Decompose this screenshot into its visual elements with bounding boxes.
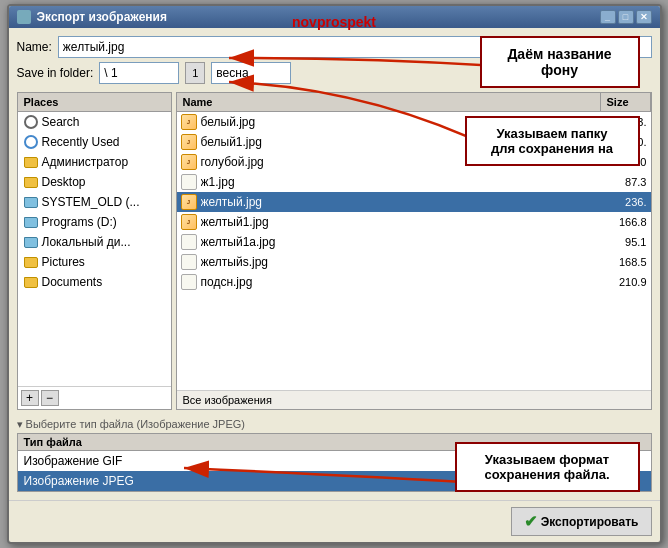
sidebar-item-recently-used[interactable]: Recently Used (18, 132, 171, 152)
window-title: Экспорт изображения (37, 10, 167, 24)
sidebar-item-desktop[interactable]: Desktop (18, 172, 171, 192)
sidebar-item-pictures[interactable]: Pictures (18, 252, 171, 272)
clock-icon (24, 135, 38, 149)
file-size: 87.3 (597, 176, 647, 188)
file-size: 166.8 (597, 216, 647, 228)
jpg-file-icon: J (181, 214, 197, 230)
file-size: 91.0 (597, 156, 647, 168)
main-area: Places Search Recently Used Администрато… (17, 92, 652, 410)
folder-nav-button[interactable]: 1 (185, 62, 205, 84)
sidebar-item-local-disk[interactable]: Локальный ди... (18, 232, 171, 252)
file-size: 168.5 (597, 256, 647, 268)
drive-icon (24, 217, 38, 228)
files-list[interactable]: J белый.jpg 303. J белый1.jpg 110. J гол… (177, 112, 651, 390)
folder-icon (24, 177, 38, 188)
plain-file-icon (181, 274, 197, 290)
file-name: желтый.jpg (201, 195, 593, 209)
file-size: 95.1 (597, 236, 647, 248)
file-name: ж1.jpg (201, 175, 593, 189)
files-footer: Все изображения (177, 390, 651, 409)
type-table-header: Тип файла (18, 434, 651, 451)
folder-icon (24, 277, 38, 288)
places-panel: Places Search Recently Used Администрато… (17, 92, 172, 410)
jpg-file-icon: J (181, 114, 197, 130)
places-header: Places (18, 93, 171, 112)
save-folder-row: Save in folder: \ 1 1 весна (17, 62, 652, 84)
title-bar: Экспорт изображения _ □ ✕ (9, 6, 660, 28)
folder-path-display: \ 1 (99, 62, 179, 84)
file-name: белый1.jpg (201, 135, 593, 149)
sidebar-item-label-local-disk: Локальный ди... (42, 235, 131, 249)
file-row[interactable]: J белый.jpg 303. (177, 112, 651, 132)
file-filter-label: Все изображения (183, 394, 272, 406)
type-row-gif[interactable]: Изображение GIF (18, 451, 651, 471)
files-header: Name Size (177, 93, 651, 112)
file-row[interactable]: J белый1.jpg 110. (177, 132, 651, 152)
sidebar-item-system-old[interactable]: SYSTEM_OLD (... (18, 192, 171, 212)
maximize-button[interactable]: □ (618, 10, 634, 24)
file-name: желтыйs.jpg (201, 255, 593, 269)
type-table: Тип файла Изображение GIF Изображение JP… (17, 433, 652, 492)
file-row[interactable]: желтый1а.jpg 95.1 (177, 232, 651, 252)
col-header-name[interactable]: Name (177, 93, 601, 111)
file-row-selected[interactable]: J желтый.jpg 236. (177, 192, 651, 212)
name-label: Name: (17, 40, 52, 54)
dialog-body: Name: Save in folder: \ 1 1 весна Places (9, 28, 660, 500)
jpg-file-icon: J (181, 134, 197, 150)
sidebar-item-label-search: Search (42, 115, 80, 129)
file-row[interactable]: J желтый1.jpg 166.8 (177, 212, 651, 232)
sidebar-item-label-recently: Recently Used (42, 135, 120, 149)
jpg-file-icon: J (181, 194, 197, 210)
check-icon: ✔ (524, 512, 537, 531)
export-button[interactable]: ✔ Экспортировать (511, 507, 652, 536)
name-row: Name: (17, 36, 652, 58)
drive-icon (24, 197, 38, 208)
sidebar-item-label-administrator: Администратор (42, 155, 129, 169)
dialog-window: Экспорт изображения _ □ ✕ novprospekt Na… (7, 4, 662, 544)
sidebar-item-search[interactable]: Search (18, 112, 171, 132)
jpg-file-icon: J (181, 154, 197, 170)
sidebar-item-label-documents: Documents (42, 275, 103, 289)
folder-icon (24, 157, 38, 168)
sidebar-item-programs[interactable]: Programs (D:) (18, 212, 171, 232)
plain-file-icon (181, 174, 197, 190)
current-folder-display: весна (211, 62, 291, 84)
file-size: 303. (597, 116, 647, 128)
places-list[interactable]: Search Recently Used Администратор Deskt… (18, 112, 171, 386)
file-size: 210.9 (597, 276, 647, 288)
sidebar-item-label-system-old: SYSTEM_OLD (... (42, 195, 140, 209)
save-in-label: Save in folder: (17, 66, 94, 80)
file-name: желтый1.jpg (201, 215, 593, 229)
name-input[interactable] (58, 36, 652, 58)
file-name: голубой.jpg (201, 155, 593, 169)
sidebar-item-administrator[interactable]: Администратор (18, 152, 171, 172)
type-row-jpeg[interactable]: Изображение JPEG (18, 471, 651, 491)
sidebar-item-documents[interactable]: Documents (18, 272, 171, 292)
sidebar-item-label-programs: Programs (D:) (42, 215, 117, 229)
minimize-button[interactable]: _ (600, 10, 616, 24)
type-section: ▾ Выберите тип файла (Изображение JPEG) … (17, 418, 652, 492)
sidebar-item-label-pictures: Pictures (42, 255, 85, 269)
type-section-header[interactable]: ▾ Выберите тип файла (Изображение JPEG) (17, 418, 652, 431)
sidebar-item-label-desktop: Desktop (42, 175, 86, 189)
dialog-footer: ✔ Экспортировать (9, 500, 660, 542)
plain-file-icon (181, 254, 197, 270)
file-row[interactable]: подсн.jpg 210.9 (177, 272, 651, 292)
current-folder-name: весна (216, 66, 248, 80)
remove-place-button[interactable]: − (41, 390, 59, 406)
col-header-size[interactable]: Size (601, 93, 651, 111)
title-bar-text: Экспорт изображения (17, 10, 167, 24)
drive-icon (24, 237, 38, 248)
app-icon (17, 10, 31, 24)
close-button[interactable]: ✕ (636, 10, 652, 24)
add-place-button[interactable]: + (21, 390, 39, 406)
files-panel: Name Size J белый.jpg 303. J белый1.jpg … (176, 92, 652, 410)
file-size: 236. (597, 196, 647, 208)
search-icon (24, 115, 38, 129)
folder-path-text: \ 1 (104, 66, 117, 80)
file-row[interactable]: желтыйs.jpg 168.5 (177, 252, 651, 272)
file-row[interactable]: J голубой.jpg 91.0 (177, 152, 651, 172)
export-button-label: Экспортировать (541, 515, 639, 529)
places-footer: + − (18, 386, 171, 409)
file-row[interactable]: ж1.jpg 87.3 (177, 172, 651, 192)
